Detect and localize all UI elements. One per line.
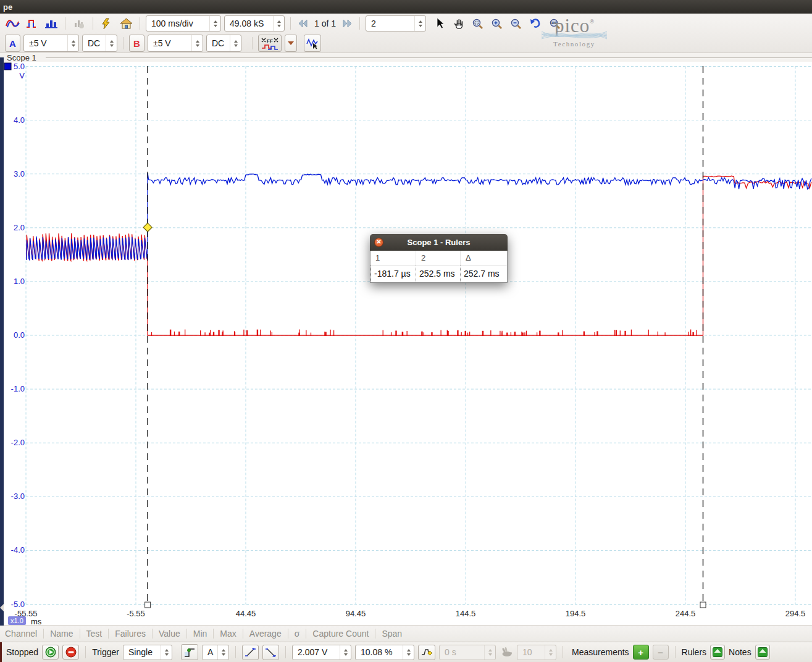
y-axis-label: -3.0	[11, 492, 25, 501]
spectrum-mode-button[interactable]	[43, 16, 59, 31]
separator	[65, 17, 65, 30]
spinner-buttons[interactable]	[106, 35, 117, 51]
trigger-level-spinner[interactable]: 2.007 V	[292, 645, 351, 660]
waveform-count-value: 2	[371, 19, 376, 28]
scope-mode-button[interactable]	[5, 16, 21, 31]
hand-tool-button[interactable]	[451, 16, 467, 31]
double-right-arrow-icon	[341, 19, 353, 28]
channel-a-button[interactable]: A	[5, 35, 20, 52]
time-ruler-handle-2[interactable]	[700, 602, 706, 608]
buffer-next-button[interactable]	[340, 16, 354, 31]
waveform-mode-button[interactable]	[24, 16, 40, 31]
spinner-buttons[interactable]	[67, 35, 78, 51]
lightning-tool-button[interactable]	[99, 16, 115, 31]
channel-b-range-value: ±5 V	[153, 38, 171, 48]
waveform-cursor-icon	[306, 37, 319, 49]
measurements-header-bar: ChannelNameTestFailuresValueMinMaxAverag…	[0, 625, 812, 642]
spinner-buttons[interactable]	[403, 645, 414, 660]
trigger-label: Trigger	[92, 647, 119, 657]
rulers-panel-button[interactable]	[710, 645, 725, 660]
measurement-column-name: Name	[50, 629, 73, 639]
toolbar-row-channels: A ±5 V DC B ±5 V DC FF	[0, 33, 812, 53]
trigger-marker[interactable]	[143, 223, 152, 232]
spinner-buttons[interactable]	[273, 16, 284, 31]
separator	[290, 17, 291, 30]
digital-inputs-dropdown-button[interactable]	[285, 35, 297, 52]
digital-inputs-button[interactable]: FF	[258, 35, 282, 52]
trigger-source-select[interactable]: A	[202, 645, 229, 660]
waveform-tool-button[interactable]	[304, 35, 321, 52]
y-axis-label: 0.0	[14, 330, 25, 340]
play-icon	[45, 647, 56, 658]
capture-status-label: Stopped	[6, 647, 38, 657]
window-left-edge	[0, 57, 4, 626]
post-trigger-icon	[421, 647, 433, 658]
zoom-select-button[interactable]	[470, 16, 486, 31]
samples-value: 49.08 kS	[230, 19, 264, 28]
spinner-buttons[interactable]	[209, 16, 220, 31]
post-trigger-delay-button[interactable]	[418, 645, 435, 660]
rising-edge-button[interactable]	[242, 645, 259, 660]
spinner-buttons[interactable]	[161, 645, 172, 660]
spinner-buttons[interactable]	[414, 16, 425, 31]
separator	[85, 646, 86, 658]
add-measurement-button[interactable]: +	[633, 645, 649, 660]
timebase-value: 100 ms/div	[151, 19, 193, 28]
channel-b-button[interactable]: B	[129, 35, 144, 52]
trigger-marker-button[interactable]	[181, 644, 198, 660]
spinner-buttons[interactable]	[191, 35, 203, 51]
pan-left-arrow[interactable]	[0, 604, 4, 611]
spinner-buttons[interactable]	[230, 35, 241, 51]
time-ruler-handle-1[interactable]	[145, 602, 151, 608]
zoom-in-button[interactable]	[489, 16, 505, 31]
pre-trigger-spinner[interactable]: 10.08 %	[355, 645, 414, 660]
rapid-trigger-button	[500, 645, 513, 660]
samples-spinner[interactable]: 49.08 kS	[224, 15, 285, 31]
scope-canvas[interactable]: 5.04.03.02.01.00.0-1.0-2.0-3.0-4.0-5.0V-…	[0, 62, 812, 625]
scope-tab-row: Scope 1	[0, 53, 812, 62]
rulers-popup: ✕ Scope 1 - Rulers 1 2 Δ -181.7 µs 252.5…	[370, 234, 508, 283]
separator	[123, 37, 123, 49]
x-axis-label: 294.5	[785, 609, 806, 618]
normal-cursor-button[interactable]	[434, 16, 448, 31]
zoom-out-icon	[510, 18, 522, 30]
separator	[43, 629, 44, 639]
y-axis-label: 4.0	[14, 115, 25, 125]
run-button[interactable]	[42, 645, 59, 660]
rising-edge-icon	[245, 647, 256, 658]
timebase-select[interactable]: 100 ms/div	[146, 15, 221, 31]
channel-b-range-select[interactable]: ±5 V	[148, 35, 203, 52]
zoom-out-button[interactable]	[508, 16, 524, 31]
panel-up-icon	[758, 647, 768, 657]
rulers-popup-body: 1 2 Δ -181.7 µs 252.5 ms 252.7 ms	[370, 251, 508, 283]
channel-a-coupling-select[interactable]: DC	[82, 35, 117, 52]
channel-b-coupling-select[interactable]: DC	[206, 35, 241, 52]
separator	[93, 17, 93, 30]
spinner-buttons[interactable]	[340, 645, 351, 660]
rulers-header-row: 1 2 Δ	[370, 251, 507, 266]
rulers-popup-title: Scope 1 - Rulers	[408, 238, 471, 247]
ruler-value-delta: 252.7 ms	[460, 266, 507, 282]
waveform-count-input[interactable]: 2	[366, 15, 426, 31]
x-zoom-badge[interactable]: x1.0	[8, 616, 26, 625]
popup-close-button[interactable]: ✕	[374, 238, 383, 247]
separator	[359, 17, 360, 30]
spinner-buttons	[545, 645, 556, 660]
scope-plot-area[interactable]: 5.04.03.02.01.00.0-1.0-2.0-3.0-4.0-5.0V-…	[0, 62, 812, 625]
svg-text:FF: FF	[267, 38, 273, 44]
y-axis-label: -4.0	[11, 545, 25, 555]
buffer-prev-button[interactable]	[296, 16, 310, 31]
hand-icon	[453, 18, 465, 30]
buffer-position-label: 1 of 1	[313, 19, 337, 28]
home-button[interactable]	[118, 16, 134, 31]
spinner-buttons	[484, 645, 495, 660]
falling-edge-button[interactable]	[262, 645, 279, 660]
zoom-marquee-icon	[472, 18, 484, 30]
y-axis-label: 1.0	[14, 277, 25, 286]
stop-button[interactable]	[62, 645, 79, 660]
channel-a-range-select[interactable]: ±5 V	[23, 35, 79, 52]
notes-panel-button[interactable]	[755, 645, 770, 660]
spinner-buttons[interactable]	[217, 645, 228, 660]
ruler-col-2: 2	[416, 251, 460, 265]
trigger-mode-select[interactable]: Single	[123, 645, 172, 660]
